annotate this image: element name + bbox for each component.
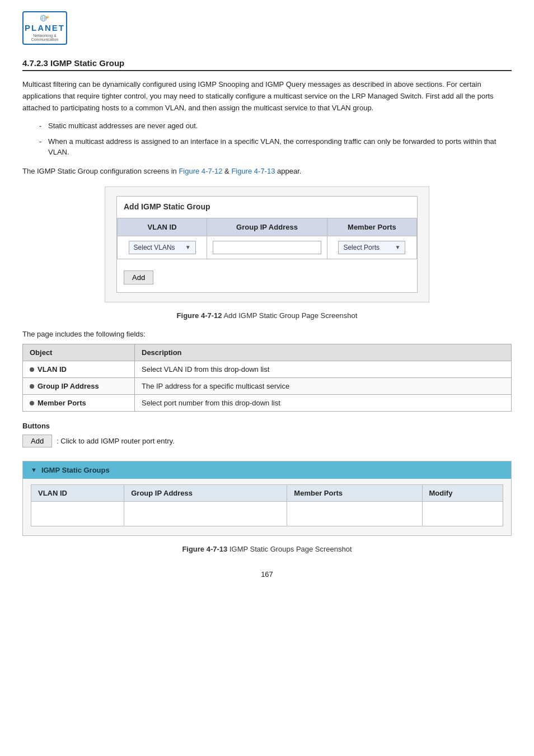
desc-table: Object Description VLAN IDSelect VLAN ID…: [22, 344, 512, 412]
igmp-groups-header: ▼ IGMP Static Groups: [23, 461, 511, 479]
group-ip-cell[interactable]: [207, 236, 327, 259]
bullet-dot-icon: [30, 384, 34, 389]
figure-ref-mid: &: [224, 167, 231, 175]
intro-paragraph: Multicast filtering can be dynamically c…: [22, 79, 512, 114]
select-vlans-dropdown[interactable]: Select VLANs ▼: [129, 241, 196, 254]
desc-row-2-desc: Select port number from this drop-down l…: [135, 394, 512, 411]
desc-row-2: Member PortsSelect port number from this…: [23, 394, 512, 411]
figure-ref-link2[interactable]: Figure 4-7-13: [231, 167, 275, 175]
section-title: 4.7.2.3 IGMP Static Group: [22, 58, 512, 71]
add-igmp-col3: Member Ports: [327, 218, 416, 236]
figure-12-caption: Figure 4-7-12 Add IGMP Static Group Page…: [22, 311, 512, 320]
add-igmp-col1: VLAN ID: [118, 218, 207, 236]
logo-area: PLANET Networking & Communication: [22, 11, 512, 45]
svg-point-6: [46, 17, 48, 18]
select-ports-label: Select Ports: [343, 244, 380, 251]
figure-12-caption-label: Figure 4-7-12: [177, 311, 222, 320]
bullet-item-2: When a multicast address is assigned to …: [39, 136, 512, 158]
figure-13-caption-desc: IGMP Static Groups Page Screenshot: [229, 545, 352, 553]
desc-row-2-object: Member Ports: [23, 394, 135, 411]
add-btn-desc: : Click to add IGMP router port entry.: [57, 437, 175, 445]
igmp-groups-table: VLAN ID Group IP Address Member Ports Mo…: [31, 484, 503, 526]
igmp-groups-empty-cell2: [124, 501, 287, 526]
logo-brand: PLANET: [25, 23, 65, 32]
desc-row-0-desc: Select VLAN ID from this drop-down list: [135, 361, 512, 377]
vlan-select-cell[interactable]: Select VLANs ▼: [118, 236, 207, 259]
igmp-groups-empty-cell1: [31, 501, 124, 526]
logo-sub: Networking & Communication: [26, 34, 64, 41]
add-igmp-table: VLAN ID Group IP Address Member Ports Se…: [117, 218, 417, 259]
bullet-item-1: Static multicast addresses are never age…: [39, 120, 512, 132]
add-igmp-col2: Group IP Address: [207, 218, 327, 236]
add-router-port-button[interactable]: Add: [22, 435, 52, 447]
bullet-dot-icon: [30, 401, 34, 405]
figure-ref-link1[interactable]: Figure 4-7-12: [179, 167, 222, 175]
add-igmp-button[interactable]: Add: [124, 270, 153, 284]
buttons-section: Buttons Add : Click to add IGMP router p…: [22, 422, 512, 447]
figure-13-caption: Figure 4-7-13 IGMP Static Groups Page Sc…: [22, 545, 512, 553]
planet-logo-icon: [37, 15, 53, 22]
figure-ref-intro: The IGMP Static Group configuration scre…: [22, 167, 177, 175]
bullet-dot-icon: [30, 367, 34, 372]
logo-box: PLANET Networking & Communication: [22, 11, 67, 45]
figure-ref-text: The IGMP Static Group configuration scre…: [22, 166, 512, 178]
igmp-groups-collapse-icon[interactable]: ▼: [31, 466, 37, 473]
fields-intro: The page includes the following fields:: [22, 330, 512, 338]
igmp-groups-col3: Member Ports: [287, 484, 422, 501]
igmp-groups-col1: VLAN ID: [31, 484, 124, 501]
select-ports-dropdown[interactable]: Select Ports ▼: [338, 241, 405, 254]
figure-ref-end: appear.: [277, 167, 301, 175]
igmp-groups-box: ▼ IGMP Static Groups VLAN ID Group IP Ad…: [22, 461, 512, 536]
figure-12-container: Add IGMP Static Group VLAN ID Group IP A…: [105, 186, 429, 302]
buttons-row: Add : Click to add IGMP router port entr…: [22, 435, 512, 447]
select-vlans-arrow-icon: ▼: [185, 244, 191, 250]
desc-row-1: Group IP AddressThe IP address for a spe…: [23, 377, 512, 394]
add-igmp-box: Add IGMP Static Group VLAN ID Group IP A…: [116, 196, 418, 293]
desc-row-0-object: VLAN ID: [23, 361, 135, 377]
igmp-groups-empty-cell3: [287, 501, 422, 526]
desc-row-1-desc: The IP address for a specific multicast …: [135, 377, 512, 394]
desc-col-object: Object: [23, 344, 135, 361]
desc-row-0: VLAN IDSelect VLAN ID from this drop-dow…: [23, 361, 512, 377]
select-ports-arrow-icon: ▼: [395, 244, 401, 250]
figure-13-caption-label: Figure 4-7-13: [182, 545, 227, 553]
figure-12-caption-desc: Add IGMP Static Group Page Screenshot: [223, 311, 357, 320]
bullet-list: Static multicast addresses are never age…: [39, 120, 512, 158]
igmp-groups-empty-row: [31, 501, 503, 526]
page-number: 167: [22, 570, 512, 578]
group-ip-input[interactable]: [213, 241, 321, 254]
select-vlans-label: Select VLANs: [134, 244, 175, 251]
igmp-groups-col2: Group IP Address: [124, 484, 287, 501]
igmp-groups-empty-cell4: [422, 501, 503, 526]
igmp-groups-title: IGMP Static Groups: [41, 466, 110, 474]
buttons-label: Buttons: [22, 422, 512, 430]
member-ports-cell[interactable]: Select Ports ▼: [327, 236, 416, 259]
igmp-groups-col4: Modify: [422, 484, 503, 501]
desc-col-desc: Description: [135, 344, 512, 361]
desc-row-1-object: Group IP Address: [23, 377, 135, 394]
add-igmp-title: Add IGMP Static Group: [124, 202, 410, 211]
